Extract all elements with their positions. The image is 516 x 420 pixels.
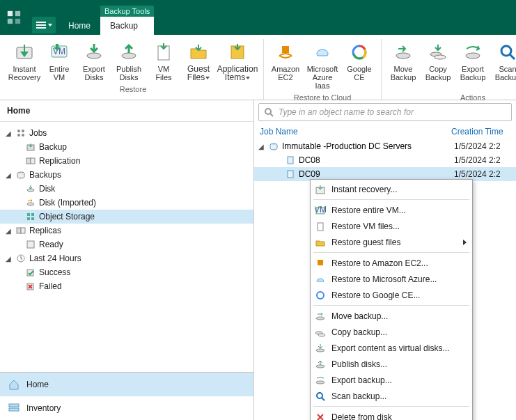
tree-node-ready[interactable]: ·Ready (0, 238, 253, 251)
instant-recovery-button[interactable]: Instant Recovery (7, 39, 42, 84)
expander-icon[interactable]: ◢ (4, 171, 13, 179)
home-icon (7, 378, 21, 391)
cm-restore-google[interactable]: Restore to Google CE... (311, 287, 472, 303)
publish-disks-button[interactable]: Publish Disks (111, 39, 146, 84)
copy-backup-button[interactable]: Copy Backup (421, 39, 455, 92)
aws-icon (274, 41, 297, 63)
vm-files-button[interactable]: VM Files (146, 39, 181, 84)
tree-node-backups[interactable]: ◢Backups (0, 168, 253, 182)
tree-node-object-storage[interactable]: ·Object Storage (0, 210, 253, 224)
expander-icon[interactable]: ◢ (257, 143, 265, 150)
ribbon-label: Scan Backup (495, 65, 516, 81)
menu-label: Restore to Microsoft Azure... (331, 274, 467, 284)
nav-home[interactable]: Home (0, 373, 253, 396)
cm-restore-entire-vm[interactable]: VMRestore entire VM... (311, 202, 472, 218)
search-input[interactable] (279, 107, 507, 117)
cm-scan-backup[interactable]: Scan backup... (311, 388, 472, 404)
svg-rect-0 (8, 11, 13, 16)
entire-vm-button[interactable]: VMEntire VM (42, 39, 77, 84)
ribbon-label: VM Files (155, 65, 171, 81)
menu-label: Restore to Google CE... (331, 290, 467, 300)
file-menu-button[interactable] (32, 17, 56, 33)
application-items-button[interactable]: Application Items (216, 39, 259, 84)
tree-node-failed[interactable]: ·Failed (0, 279, 253, 293)
export-icon (462, 41, 484, 63)
cm-copy-backup[interactable]: Copy backup... (311, 324, 472, 340)
delete-icon (313, 411, 327, 421)
ribbon-label: Instant Recovery (8, 65, 40, 81)
azure-icon (313, 273, 327, 286)
column-creation-time[interactable]: Creation Time (451, 127, 510, 137)
ribbon-label: Guest Files (187, 65, 210, 81)
tree-node-replicas[interactable]: ◢Replicas (0, 224, 253, 238)
tree-node-replication[interactable]: ·Replication (0, 154, 253, 168)
menu-separator (313, 406, 469, 407)
menu-label: Restore to Amazon EC2... (331, 258, 467, 268)
instant-recovery-icon (13, 41, 36, 63)
svg-text:VM: VM (315, 205, 326, 215)
tree-label: Disk (39, 184, 55, 194)
ribbon-group-actions: Move Backup Copy Backup Export Backup Sc… (382, 39, 516, 100)
cm-restore-guest-files[interactable]: Restore guest files (311, 234, 472, 250)
ribbon-label: Application Items (217, 65, 258, 81)
cm-instant-recovery[interactable]: Instant recovery... (311, 181, 472, 197)
svg-rect-49 (288, 171, 293, 178)
google-ce-button[interactable]: Google CE (342, 39, 377, 92)
object-storage-icon (25, 211, 36, 222)
folder-icon (187, 41, 210, 63)
tree-node-disk[interactable]: ·Disk (0, 182, 253, 196)
tree-node-backup[interactable]: ·Backup (0, 140, 253, 154)
failed-icon (25, 281, 36, 292)
svg-point-60 (316, 365, 325, 368)
expander-icon[interactable]: ◢ (4, 227, 13, 235)
export-disks-button[interactable]: Export Disks (77, 39, 111, 84)
cm-restore-vm-files[interactable]: Restore VM files... (311, 218, 472, 234)
cell-job-name: Immutable -Production DC Servers (282, 141, 412, 151)
nav-inventory[interactable]: Inventory (0, 396, 253, 420)
grid-row-dc08[interactable]: ·DC08 1/5/2024 2:2 (254, 153, 516, 167)
ribbon-label: Google CE (347, 65, 371, 81)
tree-label: Failed (39, 281, 62, 291)
cm-export-backup[interactable]: Export backup... (311, 372, 472, 388)
context-menu: Instant recovery... VMRestore entire VM.… (310, 179, 473, 420)
tree-node-last24[interactable]: ◢Last 24 Hours (0, 251, 253, 265)
cm-move-backup[interactable]: Move backup... (311, 308, 472, 324)
move-backup-button[interactable]: Move Backup (386, 39, 421, 92)
menu-label: Export backup... (331, 375, 467, 385)
scan-backup-button[interactable]: Scan Backup (490, 39, 516, 92)
grid-row-parent[interactable]: ◢Immutable -Production DC Servers 1/5/20… (254, 139, 516, 153)
guest-files-button[interactable]: Guest Files (181, 39, 216, 84)
menu-label: Delete from disk (331, 412, 467, 421)
tree-node-disk-imported[interactable]: ·Disk (Imported) (0, 196, 253, 210)
menu-label: Restore VM files... (331, 221, 467, 231)
title-bar: Home Backup Tools Backup (0, 0, 516, 35)
cm-restore-azure[interactable]: Restore to Microsoft Azure... (311, 271, 472, 287)
tab-home[interactable]: Home (58, 17, 100, 35)
azure-button[interactable]: Microsoft Azure Iaas (303, 39, 342, 92)
cm-publish-disks[interactable]: Publish disks... (311, 356, 472, 372)
svg-point-21 (17, 130, 20, 132)
svg-line-18 (510, 54, 515, 59)
ribbon-label: Entire VM (49, 65, 70, 81)
disk-export-icon (83, 41, 105, 63)
amazon-ec2-button[interactable]: Amazon EC2 (268, 39, 303, 92)
tab-backup[interactable]: Backup (100, 17, 154, 35)
search-box[interactable] (258, 103, 512, 121)
expander-icon[interactable]: ◢ (4, 255, 13, 263)
tree-label: Ready (39, 240, 63, 249)
expander-icon[interactable]: ◢ (4, 130, 13, 137)
success-icon (25, 267, 36, 278)
svg-rect-2 (8, 19, 13, 24)
backup-set-icon (268, 141, 279, 152)
tree-node-success[interactable]: ·Success (0, 265, 253, 279)
cm-restore-ec2[interactable]: Restore to Amazon EC2... (311, 255, 472, 271)
cm-delete-from-disk[interactable]: Delete from disk (311, 409, 472, 420)
menu-label: Move backup... (331, 311, 467, 321)
cm-export-virtual-disks[interactable]: Export content as virtual disks... (311, 340, 472, 356)
tree-label: Replicas (29, 226, 61, 235)
svg-point-15 (435, 55, 446, 59)
tree-node-jobs[interactable]: ◢Jobs (0, 126, 253, 140)
export-backup-button[interactable]: Export Backup (455, 39, 490, 92)
vm-files-icon (313, 220, 327, 233)
column-job-name[interactable]: Job Name (260, 127, 451, 137)
